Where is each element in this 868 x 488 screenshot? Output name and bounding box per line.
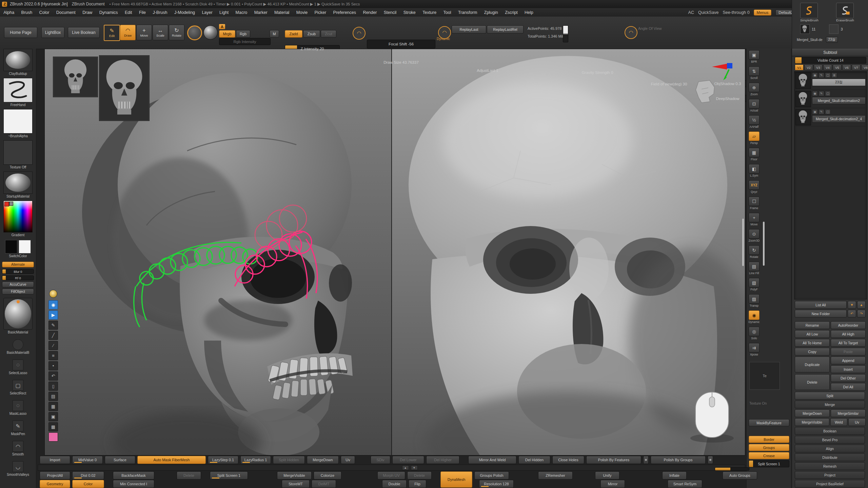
bottom-button[interactable]: Delete xyxy=(407,471,432,480)
project-basrelief-section[interactable]: Project BasRelief xyxy=(795,480,865,488)
view-control[interactable]: ⇅ Scroll xyxy=(747,66,762,83)
brush-icon[interactable]: ✎ xyxy=(818,73,824,78)
remesh-section[interactable]: Remesh xyxy=(795,462,865,470)
menu-item[interactable]: Layer xyxy=(198,8,216,17)
view-control[interactable]: ⇉ Xpose xyxy=(747,343,762,359)
subtool-name[interactable]: Merged_Skull-decimation2 xyxy=(812,97,866,104)
view-control[interactable]: ↻ Rotate xyxy=(747,245,762,262)
menu-item[interactable]: Help xyxy=(521,8,537,17)
bottom-button[interactable]: Dist 0.02 xyxy=(72,471,104,480)
duplicate-button[interactable]: Duplicate xyxy=(795,357,830,372)
brush-icon[interactable]: ✎ xyxy=(818,109,824,115)
variant-tab[interactable]: V1 xyxy=(795,64,804,70)
texture-on-label[interactable]: Texture On xyxy=(749,401,767,405)
zsub-button[interactable]: Zsub xyxy=(303,30,320,38)
quick-tool-icon[interactable]: ∕ xyxy=(48,341,58,350)
menu-item[interactable]: Macro xyxy=(232,8,251,17)
view-control[interactable]: ⊡ Actual xyxy=(747,99,762,115)
bottom-button[interactable]: Auto Mask FiberMesh xyxy=(137,456,206,464)
variant-tab[interactable]: V4 xyxy=(823,64,832,70)
quicksave-button[interactable]: QuickSave xyxy=(698,10,718,15)
accucurve-button[interactable]: AccuCurve xyxy=(2,282,34,287)
subtool-thumbnail[interactable] xyxy=(795,91,811,107)
bottom-button[interactable]: MergeVisible xyxy=(277,471,312,480)
brush-icon[interactable]: ✎ xyxy=(818,91,824,96)
menu-item[interactable]: Picker xyxy=(311,8,330,17)
bottom-button[interactable]: Import xyxy=(40,456,70,464)
del-other-button[interactable]: Del Other xyxy=(831,374,866,382)
bottom-divider[interactable]: ▲ ▼ xyxy=(38,465,745,471)
bottom-button[interactable]: Mirror xyxy=(600,480,625,488)
uv-button[interactable]: Uv xyxy=(848,418,866,426)
view-control[interactable]: ⊕ Zoom xyxy=(747,83,762,99)
sidebar-tool-icon[interactable]: ▢ xyxy=(13,380,23,391)
view-control-icon[interactable]: ⊡ xyxy=(749,99,760,108)
alternate-button[interactable]: Alternate xyxy=(2,262,34,267)
list-icon[interactable]: ≣ xyxy=(831,73,837,78)
mergevisible-button[interactable]: MergeVisible xyxy=(795,418,829,426)
boolean-section[interactable]: Boolean xyxy=(795,427,865,435)
menu-item[interactable]: Tool xyxy=(440,8,454,17)
rotate-button[interactable]: ↻ Rotate xyxy=(169,25,184,40)
view-control-icon[interactable]: ▣ xyxy=(749,50,760,60)
view-control[interactable]: ◉ Dynamic xyxy=(747,310,762,327)
border-button[interactable]: Border xyxy=(749,436,789,443)
menu-item[interactable]: Brush xyxy=(18,8,36,17)
view-control-icon[interactable]: ⇅ xyxy=(749,66,760,76)
stroke-icon[interactable]: ◠ xyxy=(353,27,366,40)
bottom-button[interactable]: Mirror And Weld xyxy=(468,456,516,464)
lightbox-button[interactable]: LightBox xyxy=(41,27,64,38)
quick-tool-icon[interactable] xyxy=(48,432,58,442)
view-control-icon[interactable]: ▧ xyxy=(749,278,760,287)
eye-icon[interactable]: ◉ xyxy=(812,73,818,78)
splitscreen-slider[interactable]: Split Screen 1 xyxy=(749,460,789,467)
stroke-thumbnail[interactable] xyxy=(3,78,33,102)
view-control[interactable]: + Move xyxy=(747,213,762,229)
materialb-icon[interactable] xyxy=(13,339,23,350)
bottom-button[interactable]: Inflate xyxy=(662,471,687,480)
folder-icon[interactable]: ▢ xyxy=(825,73,831,78)
texture-preview[interactable]: Te xyxy=(749,362,780,390)
bottom-button[interactable]: Min Connected I xyxy=(113,480,154,488)
eye-icon[interactable]: ◉ xyxy=(812,91,818,96)
menu-item[interactable]: Stencil xyxy=(380,8,400,17)
menu-item[interactable]: Light xyxy=(216,8,232,17)
bottom-button[interactable]: Resolution 128 xyxy=(479,480,514,488)
menu-item[interactable]: Zscript xyxy=(501,8,521,17)
subtool-item[interactable]: ◉ ✎ ▢ ≣ 23점 xyxy=(794,72,867,90)
variant-tab[interactable]: V5 xyxy=(833,64,842,70)
material-thumbnail[interactable] xyxy=(3,298,33,330)
bottom-button[interactable]: Close Holes xyxy=(552,456,584,464)
reference-thumbnail[interactable] xyxy=(99,55,150,121)
bottom-button[interactable]: DynaMesh xyxy=(440,471,472,488)
variant-tab[interactable]: V3 xyxy=(814,64,823,70)
bottom-button[interactable]: Delete xyxy=(177,471,201,480)
tool-thumbnail[interactable] xyxy=(800,24,810,34)
bottom-button[interactable]: MidValue 0 xyxy=(72,456,103,464)
bottom-button[interactable]: ZRemesher xyxy=(538,471,573,480)
bottom-button[interactable]: Del Lower xyxy=(392,456,424,464)
points-chip[interactable]: 23점 xyxy=(826,37,838,43)
bottom-button[interactable]: Colorize xyxy=(314,471,341,480)
bottom-button[interactable]: MergeDown xyxy=(307,456,339,464)
current-tool-label[interactable]: Merged_Skull-de xyxy=(797,38,823,42)
blur-slider[interactable]: Blur 0 xyxy=(2,269,34,274)
bottom-button[interactable]: Del Higher xyxy=(426,456,459,464)
quick-tool-icon[interactable]: ◉ xyxy=(48,300,58,309)
bottom-button[interactable]: LazyRadius 1 xyxy=(240,456,271,464)
insert-button[interactable]: Insert xyxy=(831,365,866,373)
variant-tab[interactable]: V7 xyxy=(852,64,861,70)
bottom-button[interactable]: Unify xyxy=(595,471,619,480)
quick-tool-icon[interactable]: ▣ xyxy=(48,412,58,421)
quick-tool-icon[interactable]: ▯ xyxy=(48,382,58,391)
menu-item[interactable]: Stroke xyxy=(400,8,419,17)
bottom-button[interactable]: Uv xyxy=(341,456,355,464)
eye-icon[interactable]: ◉ xyxy=(812,109,818,115)
move-button[interactable]: + Move xyxy=(136,25,152,40)
edit-button[interactable]: ✎ Edit xyxy=(104,25,120,41)
bottom-button[interactable]: Auto Groups xyxy=(723,471,757,480)
bottom-button[interactable]: DelMT xyxy=(312,480,336,488)
scale-button[interactable]: ↔ Scale xyxy=(153,25,168,40)
folder-icon[interactable]: ▢ xyxy=(825,109,831,115)
secondary-color-swatch[interactable] xyxy=(9,202,13,206)
